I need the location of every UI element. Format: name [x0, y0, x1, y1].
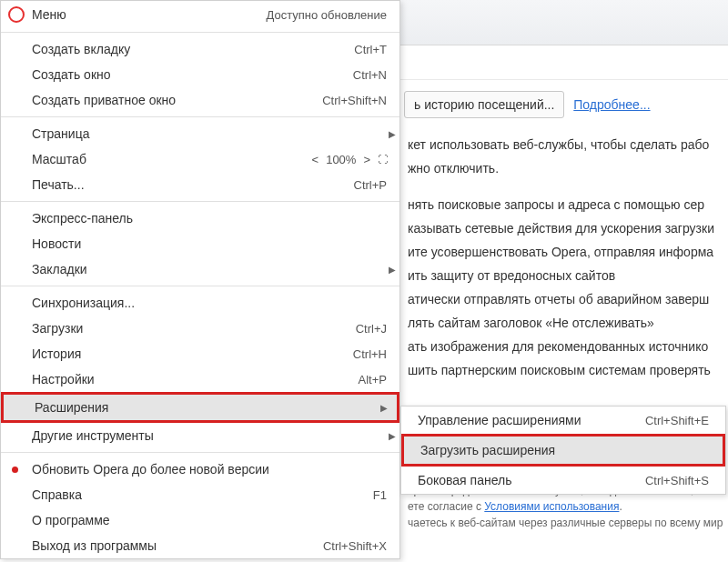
menu-item-label: Справка: [32, 487, 82, 502]
bg-text: лять сайтам заголовок «Не отслеживать»: [404, 311, 728, 335]
menu-item-label: Загрузить расширения: [420, 443, 555, 457]
menu-item-label: Новости: [32, 236, 81, 251]
menu-item-label: Страница: [32, 126, 89, 141]
fullscreen-icon[interactable]: ⛶: [378, 154, 387, 165]
menu-item-shortcut: Ctrl+T: [354, 43, 387, 56]
submenu-load-extensions[interactable]: Загрузить расширения: [401, 434, 725, 467]
menu-more-tools[interactable]: Другие инструменты ▶: [1, 423, 399, 448]
bg-text: ите усовершенствовать Opera, отправляя и…: [404, 240, 728, 264]
chevron-right-icon: ▶: [389, 431, 396, 441]
bg-text: шить партнерским поисковым системам пров…: [404, 358, 728, 382]
bg-footnote: чаетесь к веб-сайтам через различные сер…: [404, 515, 728, 531]
menu-about[interactable]: О программе: [1, 507, 399, 533]
bg-text: жно отключить.: [404, 156, 728, 180]
extensions-submenu: Управление расширениями Ctrl+Shift+E Заг…: [400, 406, 726, 495]
menu-item-label: Боковая панель: [418, 473, 511, 487]
menu-item-label: Создать приватное окно: [32, 93, 176, 107]
clear-history-button[interactable]: ь историю посещений...: [404, 91, 564, 118]
menu-item-shortcut: Ctrl+N: [353, 68, 387, 82]
menu-item-shortcut: Alt+P: [359, 373, 387, 386]
menu-speed-dial[interactable]: Экспресс-панель: [1, 206, 399, 231]
menu-item-label: Обновить Opera до более новой версии: [32, 462, 269, 477]
zoom-in-button[interactable]: >: [361, 153, 372, 166]
menu-page[interactable]: Страница ▶: [1, 121, 399, 146]
menu-new-private-window[interactable]: Создать приватное окно Ctrl+Shift+N: [1, 87, 399, 113]
opera-main-menu: Меню Доступно обновление Создать вкладку…: [0, 0, 400, 559]
bg-text: ать изображения для рекомендованных исто…: [404, 335, 728, 358]
bg-footnote: ете согласие с Условиями использования.: [404, 498, 728, 515]
update-available-label: Доступно обновление: [266, 8, 387, 22]
menu-item-label: Другие инструменты: [32, 428, 154, 443]
menu-item-label: Управление расширениями: [418, 413, 581, 427]
menu-item-shortcut: Ctrl+Shift+N: [322, 94, 387, 107]
bg-text: казывать сетевые действия для ускорения …: [404, 216, 728, 240]
menu-item-shortcut: Ctrl+J: [356, 322, 387, 336]
menu-item-shortcut: Ctrl+Shift+X: [323, 539, 387, 553]
menu-title: Меню: [32, 7, 66, 22]
menu-sync[interactable]: Синхронизация...: [1, 290, 399, 316]
menu-item-label: Масштаб: [32, 152, 86, 166]
browser-chrome-top: [400, 0, 728, 45]
menu-separator: [1, 201, 399, 202]
menu-item-label: О программе: [32, 513, 110, 527]
terms-link[interactable]: Условиями использования: [484, 500, 619, 513]
menu-item-label: Синхронизация...: [32, 296, 135, 310]
browser-toolbar-strip: [400, 45, 728, 80]
bg-text: нять поисковые запросы и адреса с помощь…: [404, 193, 728, 216]
menu-item-label: Создать окно: [32, 67, 111, 82]
menu-extensions[interactable]: Расширения ▶: [1, 392, 399, 423]
menu-history[interactable]: История Ctrl+H: [1, 341, 399, 366]
menu-new-window[interactable]: Создать окно Ctrl+N: [1, 62, 399, 87]
bg-text: ить защиту от вредоносных сайтов: [404, 264, 728, 287]
menu-item-label: Выход из программы: [32, 538, 157, 553]
menu-news[interactable]: Новости: [1, 231, 399, 256]
menu-item-label: Закладки: [32, 262, 87, 276]
chevron-right-icon: ▶: [389, 129, 396, 139]
menu-item-label: Создать вкладку: [32, 42, 130, 56]
submenu-sidebar[interactable]: Боковая панель Ctrl+Shift+S: [401, 467, 725, 494]
menu-separator: [1, 116, 399, 117]
menu-separator: [1, 32, 399, 33]
chevron-right-icon: ▶: [380, 403, 388, 413]
menu-header: Меню Доступно обновление: [1, 1, 399, 28]
learn-more-link[interactable]: Подробнее...: [573, 97, 650, 112]
menu-separator: [1, 286, 399, 286]
menu-update-opera[interactable]: Обновить Opera до более новой версии: [1, 457, 399, 482]
menu-item-shortcut: Ctrl+Shift+E: [645, 414, 709, 427]
menu-new-tab[interactable]: Создать вкладку Ctrl+T: [1, 36, 399, 62]
menu-item-label: Загрузки: [32, 321, 83, 336]
menu-item-label: Печать...: [32, 177, 85, 192]
menu-item-shortcut: Ctrl+H: [353, 347, 387, 361]
bg-text: атически отправлять отчеты об аварийном …: [404, 287, 728, 311]
menu-separator: [1, 452, 399, 453]
menu-item-label: Настройки: [32, 372, 95, 386]
chevron-right-icon: ▶: [389, 265, 396, 275]
menu-item-label: Экспресс-панель: [32, 211, 133, 226]
menu-item-shortcut: Ctrl+P: [354, 178, 387, 192]
zoom-out-button[interactable]: <: [310, 153, 321, 166]
bg-text: кет использовать веб-службы, чтобы сдела…: [404, 133, 728, 156]
menu-zoom[interactable]: Масштаб < 100% > ⛶: [1, 146, 399, 172]
menu-settings[interactable]: Настройки Alt+P: [1, 366, 399, 392]
menu-item-label: Расширения: [35, 400, 108, 415]
menu-exit[interactable]: Выход из программы Ctrl+Shift+X: [1, 533, 399, 558]
menu-item-shortcut: F1: [373, 488, 387, 502]
zoom-value: 100%: [326, 153, 356, 166]
menu-item-shortcut: Ctrl+Shift+S: [645, 474, 709, 487]
submenu-manage-extensions[interactable]: Управление расширениями Ctrl+Shift+E: [401, 406, 725, 434]
menu-downloads[interactable]: Загрузки Ctrl+J: [1, 316, 399, 341]
update-indicator-icon: [12, 467, 18, 473]
opera-icon: [8, 6, 25, 23]
menu-bookmarks[interactable]: Закладки ▶: [1, 256, 399, 282]
menu-help[interactable]: Справка F1: [1, 482, 399, 507]
menu-print[interactable]: Печать... Ctrl+P: [1, 172, 399, 197]
menu-item-label: История: [32, 346, 81, 361]
